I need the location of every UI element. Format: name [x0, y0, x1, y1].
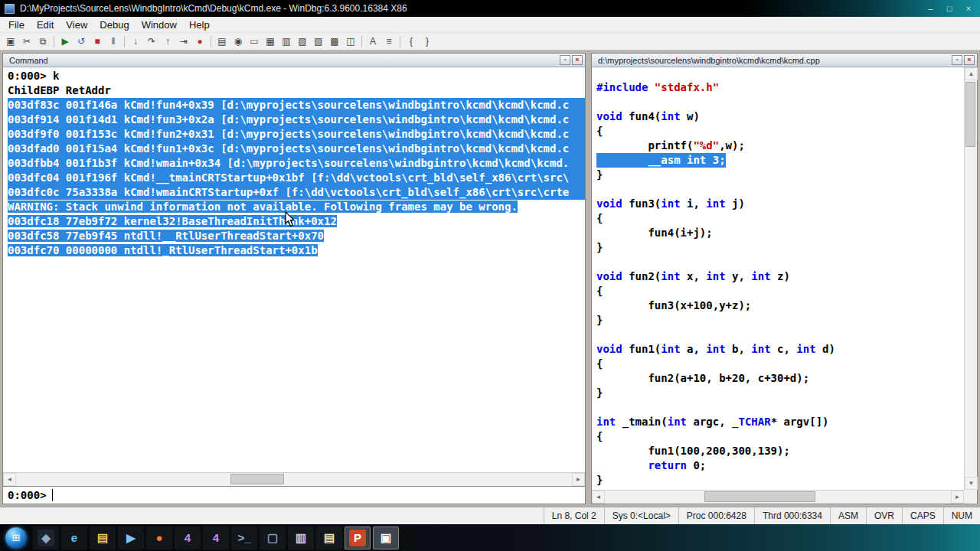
source-line[interactable]: fun4(i+j);	[596, 226, 964, 240]
source-line[interactable]	[596, 255, 964, 269]
scroll-thumb[interactable]	[704, 491, 815, 502]
source-line[interactable]: fun2(a+10, b+20, c+30+d);	[596, 371, 964, 386]
insert-breakpoint-icon[interactable]: ●	[192, 34, 207, 49]
close-icon[interactable]: ×	[962, 3, 975, 14]
processes-window-icon[interactable]: ◫	[343, 34, 358, 49]
source-line[interactable]: __asm int 3;	[596, 153, 964, 168]
minimize-icon[interactable]: –	[923, 3, 937, 14]
watch-window-icon[interactable]: ◉	[230, 34, 246, 49]
go-icon[interactable]: ▶	[57, 34, 73, 49]
scroll-track[interactable]	[605, 491, 951, 504]
source-line[interactable]: {	[596, 284, 964, 298]
command-window-icon[interactable]: ▤	[214, 34, 230, 49]
cut-icon[interactable]: ✂	[19, 34, 34, 49]
scroll-track[interactable]	[965, 80, 977, 477]
taskbar-item-internet-explorer[interactable]: e	[61, 527, 87, 549]
restart-icon[interactable]: ↺	[74, 34, 89, 49]
scratch-pad-icon[interactable]: ▩	[327, 34, 342, 49]
source-line[interactable]: void fun3(int i, int j)	[596, 197, 964, 211]
scroll-down-icon[interactable]: ▼	[965, 477, 978, 490]
source-line[interactable]: }	[596, 240, 964, 255]
source-line[interactable]: }	[596, 168, 964, 182]
source-line[interactable]: {	[596, 429, 964, 444]
maximize-icon[interactable]: □	[942, 3, 956, 14]
options-icon[interactable]: ≡	[381, 34, 397, 49]
menu-file[interactable]: File	[2, 18, 31, 32]
dock-icon[interactable]: ▫	[560, 55, 570, 65]
source-line[interactable]: return 0;	[596, 458, 964, 473]
taskbar-item-app-gray[interactable]: ▥	[288, 527, 314, 549]
taskbar-item-app-orange[interactable]: ●	[146, 527, 172, 549]
source-line[interactable]: fun3(x+100,y+z);	[596, 298, 964, 313]
scroll-right-icon[interactable]: ►	[572, 473, 585, 486]
source-vertical-scrollbar[interactable]: ▲ ▼	[964, 67, 977, 490]
source-mode-on-icon[interactable]: {	[403, 34, 419, 49]
scroll-up-icon[interactable]: ▲	[965, 67, 978, 80]
taskbar-item-app-blue[interactable]: ▢	[260, 527, 286, 549]
pane-close-icon[interactable]: ×	[572, 55, 583, 65]
open-source-file-icon[interactable]: ▣	[3, 34, 18, 49]
command-input[interactable]: 0:000>	[3, 486, 585, 504]
source-line[interactable]: }	[596, 313, 964, 328]
scroll-right-icon[interactable]: ►	[951, 491, 964, 504]
locals-window-icon[interactable]: ▭	[247, 34, 262, 49]
source-line[interactable]: {	[596, 211, 964, 226]
command-line: 003dfc04 001f196f kCmd!__tmainCRTStartup…	[8, 171, 585, 185]
disassembly-window-icon[interactable]: ▨	[311, 34, 326, 49]
call-stack-window-icon[interactable]: ▧	[295, 34, 310, 49]
step-into-icon[interactable]: ↓	[128, 34, 143, 49]
taskbar-item-powerpoint[interactable]: P	[345, 527, 371, 549]
source-line[interactable]: void fun4(int w)	[596, 109, 964, 124]
source-line[interactable]: void fun2(int x, int y, int z)	[596, 269, 964, 284]
menu-debug[interactable]: Debug	[93, 18, 135, 32]
source-line[interactable]	[596, 400, 964, 415]
source-line[interactable]: {	[596, 357, 964, 371]
source-line[interactable]: }	[596, 473, 964, 487]
source-line[interactable]	[596, 328, 964, 342]
command-window-header[interactable]: Command ▫ ×	[3, 54, 585, 67]
registers-window-icon[interactable]: ▦	[263, 34, 278, 49]
pane-close-icon[interactable]: ×	[964, 55, 975, 65]
source-line[interactable]: void fun1(int a, int b, int c, int d)	[596, 342, 964, 357]
font-icon[interactable]: A	[365, 34, 381, 49]
stop-debugging-icon[interactable]: ■	[90, 34, 105, 49]
copy-icon[interactable]: ⧉	[35, 34, 51, 49]
source-horizontal-scrollbar[interactable]: ◄ ►	[592, 490, 964, 504]
scroll-left-icon[interactable]: ◄	[3, 473, 16, 486]
menu-view[interactable]: View	[60, 18, 93, 32]
step-out-icon[interactable]: ↑	[160, 34, 175, 49]
pane-splitter[interactable]	[586, 53, 591, 504]
source-mode-off-icon[interactable]: }	[420, 34, 435, 49]
taskbar-item-app-four-2[interactable]: 4	[203, 527, 229, 549]
scroll-thumb[interactable]	[230, 474, 284, 484]
start-button[interactable]: ⊞	[5, 527, 27, 549]
command-horizontal-scrollbar[interactable]: ◄ ►	[3, 472, 585, 486]
run-to-cursor-icon[interactable]: ⇥	[176, 34, 191, 49]
taskbar-item-media-player[interactable]: ▶	[118, 527, 144, 549]
menu-edit[interactable]: Edit	[31, 18, 60, 32]
taskbar-item-console[interactable]: >_	[231, 527, 257, 549]
step-over-icon[interactable]: ↷	[144, 34, 159, 49]
taskbar-item-app-four-1[interactable]: 4	[175, 527, 201, 549]
source-line[interactable]	[596, 95, 964, 109]
source-window-header[interactable]: d:\myprojects\sourcelens\windbgintro\kcm…	[592, 54, 977, 67]
source-line[interactable]: int _tmain(int argc, _TCHAR* argv[])	[596, 415, 964, 429]
menu-window[interactable]: Window	[136, 18, 183, 32]
source-line[interactable]: fun1(100,200,300,139);	[596, 444, 964, 458]
source-line[interactable]: {	[596, 124, 964, 139]
source-line[interactable]	[596, 182, 964, 197]
source-line[interactable]: printf("%d",w);	[596, 139, 964, 153]
scroll-thumb[interactable]	[965, 82, 975, 147]
break-icon[interactable]: ‖	[106, 34, 121, 49]
menu-help[interactable]: Help	[183, 18, 216, 32]
source-line[interactable]: #include "stdafx.h"	[596, 80, 964, 95]
taskbar-item-document-window[interactable]: ▣	[373, 527, 399, 549]
scroll-track[interactable]	[16, 473, 572, 486]
memory-window-icon[interactable]: ▥	[279, 34, 294, 49]
taskbar-item-explorer-folder[interactable]: ▤	[90, 527, 116, 549]
taskbar-item-notepad[interactable]: ▤	[316, 527, 342, 549]
scroll-left-icon[interactable]: ◄	[592, 491, 605, 504]
source-line[interactable]: }	[596, 386, 964, 400]
dock-icon[interactable]: ▫	[952, 55, 962, 65]
taskbar-item-app1[interactable]: ◆	[33, 527, 59, 549]
